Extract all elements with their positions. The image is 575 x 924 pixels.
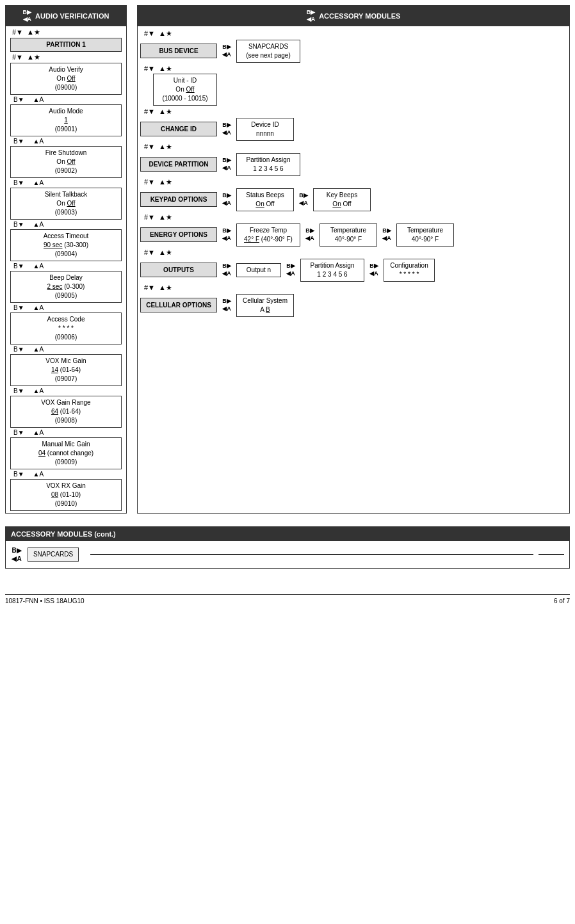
output-n-box: Output n [236, 263, 281, 277]
manual-mic-gain-box: Manual Mic Gain 04 (cannot change) (0900… [10, 437, 122, 469]
right-nav-5: #▼ ▲★ [140, 177, 567, 187]
bottom-section: ACCESSORY MODULES (cont.) B▶ ◀A SNAPCARD… [5, 526, 570, 569]
top-area: B▶ ◀A AUDIO VERIFICATION #▼ ▲★ PARTITION… [5, 5, 570, 514]
cellular-options-row: CELLULAR OPTIONS B▶ ◀A Cellular System A… [140, 294, 567, 317]
temperature-box2: Temperature 40°-90° F [396, 223, 454, 247]
bottom-section-content: B▶ ◀A SNAPCARDS [6, 541, 569, 568]
ba-nav-6: B▼ ▲A [8, 304, 124, 312]
audio-verify-box: Audio Verify On Off (09000) [10, 63, 122, 95]
access-timeout-box: Access Timeout 90 sec (30-300) (09004) [10, 229, 122, 261]
ba-nav-5: B▼ ▲A [8, 262, 124, 270]
partition-assign-box: Partition Assign 1 2 3 4 5 6 [236, 153, 300, 176]
vox-rx-gain-box: VOX RX Gain 08 (01-10) (09010) [10, 479, 122, 511]
energy-options-row: ENERGY OPTIONS B▶ ◀A Freeze Temp 42° F (… [140, 223, 567, 247]
configuration-box: Configuration * * * * * [384, 259, 435, 282]
device-partition-ba: B▶ ◀A [221, 157, 232, 172]
ba-nav-9: B▼ ▲A [8, 428, 124, 437]
right-nav-1: #▼ ▲★ [140, 29, 567, 38]
ba-nav-3: B▼ ▲A [8, 179, 124, 187]
keypad-options-row: KEYPAD OPTIONS B▶ ◀A Status Beeps On Off… [140, 188, 567, 211]
bus-device-label: BUS DEVICE [140, 44, 217, 58]
right-nav-2: #▼ ▲★ [140, 64, 567, 74]
nav-hash-row-1: #▼ ▲★ [8, 28, 124, 37]
key-beeps-box: Key Beeps On Off [313, 188, 371, 211]
accessory-modules-header: B▶ ◀A ACCESSORY MODULES [138, 6, 569, 26]
arrow-right-b2: B▶ [307, 9, 316, 16]
keypad-ba1: B▶ ◀A [221, 192, 232, 207]
arrow-left-a: ◀A [23, 16, 32, 23]
energy-ba1: B▶ ◀A [221, 227, 232, 242]
footer-left: 10817-FNN • ISS 18AUG10 [5, 597, 85, 604]
footer: 10817-FNN • ISS 18AUG10 6 of 7 [5, 594, 570, 604]
right-nav-6: #▼ ▲★ [140, 213, 567, 222]
outputs-label: OUTPUTS [140, 263, 217, 277]
energy-ba2: B▶ ◀A [304, 227, 316, 242]
bottom-line-right [539, 554, 564, 555]
audio-mode-box: Audio Mode 1 (09001) [10, 104, 122, 136]
status-beeps-box: Status Beeps On Off [236, 188, 294, 211]
ba-nav-8: B▼ ▲A [8, 387, 124, 395]
bottom-ba: B▶ ◀A [11, 546, 22, 563]
right-nav-3: #▼ ▲★ [140, 107, 567, 117]
arrow-right-b: B▶ [23, 9, 32, 16]
change-id-label: CHANGE ID [140, 122, 217, 136]
snapcards-box: SNAPCARDS (see next page) [236, 40, 300, 63]
right-nav-4: #▼ ▲★ [140, 142, 567, 152]
accessory-modules-column: B▶ ◀A ACCESSORY MODULES #▼ ▲★ BUS DEVICE… [137, 5, 570, 514]
vox-gain-range-box: VOX Gain Range 64 (01-64) (09008) [10, 396, 122, 428]
cellular-system-box: Cellular System A B [236, 294, 294, 317]
device-id-box: Device ID nnnnn [236, 118, 294, 141]
ba-nav-1: B▼ ▲A [8, 95, 124, 104]
outputs-partition-box: Partition Assign 1 2 3 4 5 6 [300, 259, 364, 282]
ba-nav-10: B▼ ▲A [8, 470, 124, 478]
bottom-line [90, 554, 533, 555]
right-nav-8: #▼ ▲★ [140, 283, 567, 293]
energy-ba3: B▶ ◀A [381, 227, 393, 242]
partition1-box: PARTITION 1 [10, 38, 122, 52]
freeze-temp-box: Freeze Temp 42° F (40°-90° F) [236, 223, 300, 247]
ba-nav-7: B▼ ▲A [8, 345, 124, 353]
keypad-ba2: B▶ ◀A [298, 192, 309, 207]
col-header-arrows-right: B▶ ◀A [307, 9, 316, 23]
bus-device-ba: B▶ ◀A [221, 44, 232, 58]
beep-delay-box: Beep Delay 2 sec (0-300) (09005) [10, 271, 122, 303]
ba-nav-2: B▼ ▲A [8, 137, 124, 145]
outputs-row: OUTPUTS B▶ ◀A Output n B▶ ◀A Partition A… [140, 259, 567, 282]
keypad-options-label: KEYPAD OPTIONS [140, 192, 217, 207]
right-inner: #▼ ▲★ BUS DEVICE B▶ ◀A SNAPCARDS (see ne… [138, 26, 569, 321]
outputs-ba1: B▶ ◀A [221, 263, 232, 277]
accessory-modules-title: ACCESSORY MODULES [319, 12, 400, 20]
footer-right: 6 of 7 [554, 597, 570, 604]
right-nav-7: #▼ ▲★ [140, 248, 567, 257]
cellular-options-label: CELLULAR OPTIONS [140, 298, 217, 312]
snapcards-bottom-box: SNAPCARDS [28, 547, 79, 562]
change-id-row: CHANGE ID B▶ ◀A Device ID nnnnn [140, 118, 567, 141]
access-code-box: Access Code * * * * (09006) [10, 312, 122, 344]
silent-talkback-box: Silent Talkback On Off (09003) [10, 188, 122, 220]
left-column-rows: #▼ ▲★ PARTITION 1 #▼ ▲★ Audio Verify On … [6, 26, 126, 513]
outputs-ba2: B▶ ◀A [285, 263, 296, 277]
device-partition-row: DEVICE PARTITION B▶ ◀A Partition Assign … [140, 153, 567, 176]
ba-nav-4: B▼ ▲A [8, 220, 124, 229]
bottom-section-header: ACCESSORY MODULES (cont.) [6, 527, 569, 541]
vox-mic-gain-box: VOX Mic Gain 14 (01-64) (09007) [10, 354, 122, 386]
fire-shutdown-box: Fire Shutdown On Off (09002) [10, 146, 122, 178]
audio-verification-title: AUDIO VERIFICATION [35, 12, 109, 20]
energy-options-label: ENERGY OPTIONS [140, 227, 217, 242]
arrow-left-a2: ◀A [307, 16, 316, 23]
bus-device-row: BUS DEVICE B▶ ◀A SNAPCARDS (see next pag… [140, 40, 567, 63]
audio-verification-header: B▶ ◀A AUDIO VERIFICATION [6, 6, 126, 26]
audio-verification-column: B▶ ◀A AUDIO VERIFICATION #▼ ▲★ PARTITION… [5, 5, 127, 514]
unit-id-area: Unit - ID On Off (10000 - 10015) [153, 74, 567, 106]
cellular-ba1: B▶ ◀A [221, 298, 232, 312]
nav-hash-row-2: #▼ ▲★ [8, 53, 124, 62]
col-header-arrows-left: B▶ ◀A [23, 9, 32, 23]
change-id-ba: B▶ ◀A [221, 122, 232, 136]
unit-id-box: Unit - ID On Off (10000 - 10015) [153, 74, 217, 106]
device-partition-label: DEVICE PARTITION [140, 157, 217, 172]
outputs-ba3: B▶ ◀A [368, 263, 380, 277]
temperature-box1: Temperature 40°-90° F [320, 223, 377, 247]
page: B▶ ◀A AUDIO VERIFICATION #▼ ▲★ PARTITION… [0, 0, 575, 924]
